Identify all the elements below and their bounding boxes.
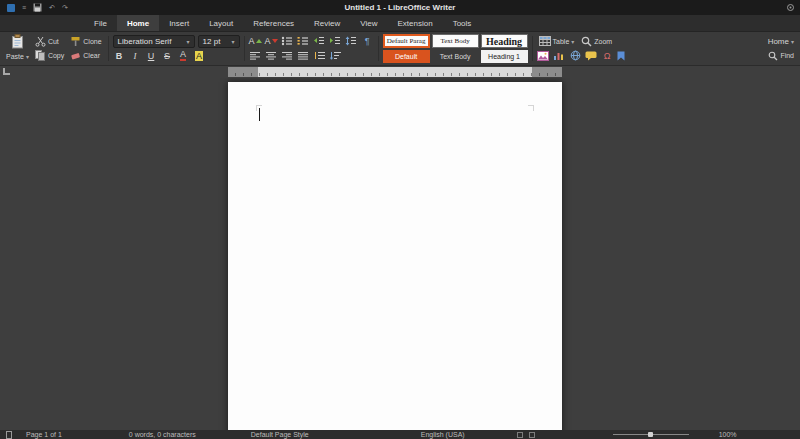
down-arrow-icon [272,39,278,43]
page[interactable] [228,82,562,430]
paragraph-spacing-icon[interactable] [313,49,326,62]
text-boundary-corner-top-right [528,105,534,111]
shrink-font-button[interactable]: A [265,35,278,48]
formatting-marks-icon[interactable]: ¶ [361,35,374,48]
align-center-icon[interactable] [265,49,278,62]
grow-font-button[interactable]: A [249,35,262,48]
style-default: Default Parag Default [383,34,430,63]
undo-icon[interactable]: ↶ [49,0,55,15]
page-number-status[interactable]: Page 1 of 1 [26,430,62,439]
chevron-down-icon: ▾ [183,38,190,45]
font-name-combobox[interactable]: Liberation Serif▾ [113,35,195,48]
window-title: Untitled 1 - LibreOffice Writer [0,0,800,15]
cut-button[interactable]: Cut [33,34,61,48]
zoom-button[interactable]: Zoom [579,34,614,48]
chevron-down-icon: ▾ [791,38,794,45]
increase-indent-icon[interactable] [329,35,342,48]
ruler-text-area [258,67,532,77]
tab-view[interactable]: View [350,15,387,31]
insert-hyperlink-icon[interactable] [569,49,582,62]
document-canvas [0,78,800,430]
italic-button[interactable]: I [129,49,142,62]
decrease-indent-icon[interactable] [313,35,326,48]
find-magnifier-icon [768,51,778,61]
zoom-slider-thumb[interactable] [648,432,653,437]
paragraph-group: A A ¶ [248,33,375,64]
line-spacing-icon[interactable] [345,35,358,48]
style-default-label[interactable]: Default [383,50,430,63]
style-text-body-label[interactable]: Text Body [432,50,479,63]
save-icon[interactable] [33,3,42,12]
text-cursor [259,108,260,121]
titlebar: ≡ ↶ ↷ Untitled 1 - LibreOffice Writer [0,0,800,15]
language-status[interactable]: English (USA) [421,430,465,439]
tab-extension[interactable]: Extension [388,15,443,31]
insert-image-icon[interactable] [537,49,550,62]
clone-clear-group: Clone Clear [67,33,104,64]
toolbar-right-group: Home ▾ Find [765,33,797,64]
zoom-level-status[interactable]: 100% [719,430,737,439]
bookmark-icon[interactable] [617,49,626,62]
chevron-down-icon: ▾ [228,38,235,45]
font-size-combobox[interactable]: 12 pt▾ [198,35,240,48]
paste-clipboard-icon[interactable] [10,34,24,49]
table-grid-icon [539,36,551,46]
cut-scissors-icon [35,36,46,47]
clone-brush-icon [70,36,81,47]
insert-chart-icon[interactable] [553,49,566,62]
home-toolbar: Paste▾ Cut Copy [0,32,800,66]
numbered-list-icon[interactable] [297,35,310,48]
tab-tools[interactable]: Tools [443,15,482,31]
tab-review[interactable]: Review [304,15,350,31]
copy-button[interactable]: Copy [33,49,66,63]
insert-group: Table ▾ Zoom [536,33,627,64]
insert-mode-indicator[interactable] [517,432,523,438]
copy-icon [35,50,46,61]
writer-app-icon [7,4,15,12]
tab-stop-selector[interactable] [3,68,10,75]
tab-insert[interactable]: Insert [159,15,199,31]
style-text-body-preview[interactable]: Text Body [432,34,479,48]
tab-file[interactable]: File [84,15,117,31]
notebookbar-context-menu[interactable]: Home ▾ [766,34,796,48]
table-button[interactable]: Table ▾ [537,34,577,48]
paste-button[interactable]: Paste▾ [4,49,31,63]
zoom-slider[interactable] [613,431,689,438]
redo-icon[interactable]: ↷ [62,0,68,15]
tab-home[interactable]: Home [117,15,159,31]
underline-button[interactable]: U [145,49,158,62]
menu-icon[interactable]: ≡ [22,0,26,15]
font-group: Liberation Serif▾ 12 pt▾ B I U S A A [112,33,241,64]
ruler-row [0,66,800,78]
document-status-icon [5,431,12,439]
strikethrough-button[interactable]: S [161,49,174,62]
highlight-color-button[interactable]: A [193,49,206,62]
paste-dropdown-icon[interactable]: ▾ [26,53,29,60]
statusbar: Page 1 of 1 0 words, 0 characters Defaul… [0,430,800,439]
style-default-preview[interactable]: Default Parag [383,34,430,48]
style-heading-1-preview[interactable]: Heading [481,34,528,48]
selection-mode-indicator[interactable] [529,432,535,438]
align-left-icon[interactable] [249,49,262,62]
align-right-icon[interactable] [281,49,294,62]
special-character-icon[interactable]: Ω [601,49,614,62]
insert-comment-icon[interactable] [585,49,598,62]
tab-references[interactable]: References [243,15,304,31]
window-menu-gear-icon[interactable] [786,3,795,12]
find-button[interactable]: Find [766,49,796,63]
page-style-status[interactable]: Default Page Style [251,430,309,439]
bullet-list-icon[interactable] [281,35,294,48]
up-arrow-icon [256,39,262,43]
sort-icon[interactable] [329,49,342,62]
clone-formatting-button[interactable]: Clone [68,34,103,48]
table-dropdown-icon[interactable]: ▾ [571,38,574,45]
tab-layout[interactable]: Layout [199,15,243,31]
word-count-status[interactable]: 0 words, 0 characters [129,430,196,439]
horizontal-ruler[interactable] [228,67,562,77]
zoom-magnifier-icon [581,36,592,47]
bold-button[interactable]: B [113,49,126,62]
justify-icon[interactable] [297,49,310,62]
clear-formatting-button[interactable]: Clear [68,49,102,63]
style-heading-1-label[interactable]: Heading 1 [481,50,528,63]
font-color-button[interactable]: A [177,49,190,62]
